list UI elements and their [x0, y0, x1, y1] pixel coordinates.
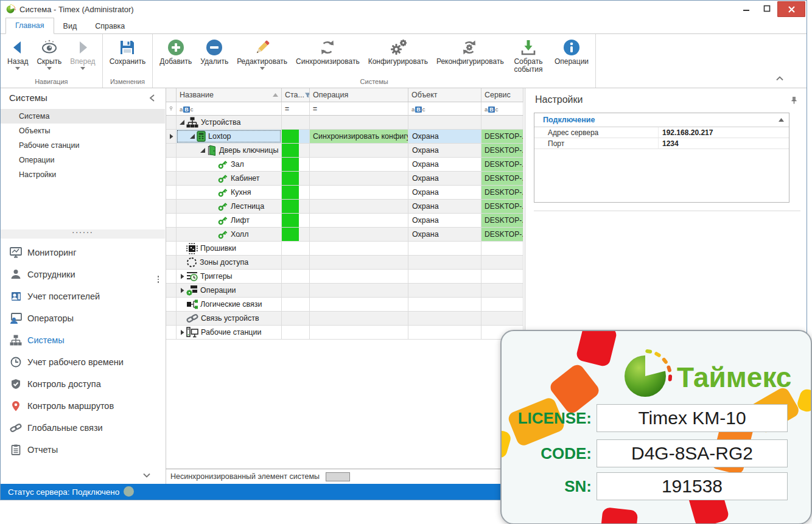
- nav-item-8[interactable]: Глобальные связи: [1, 417, 165, 439]
- cell-status[interactable]: [282, 214, 310, 228]
- cell-name[interactable]: Дверь ключницы: [177, 144, 282, 158]
- grid-row[interactable]: ЗалОхранаDESKTOP-...: [166, 158, 525, 172]
- cell-name[interactable]: Зал: [177, 158, 282, 172]
- button-edit-pencil[interactable]: Редактировать: [233, 35, 292, 70]
- cell-service[interactable]: DESKTOP-...: [481, 144, 523, 158]
- cell-operation[interactable]: [310, 228, 408, 242]
- cell-service[interactable]: [481, 284, 523, 298]
- sidebar-item-4[interactable]: Настройки: [1, 167, 165, 182]
- cell-status[interactable]: [282, 312, 310, 326]
- nav-item-0[interactable]: Мониторинг: [1, 242, 165, 264]
- sidebar-splitter[interactable]: [1, 229, 165, 239]
- group-label[interactable]: Подключение: [543, 116, 779, 124]
- group-collapse-icon[interactable]: [779, 118, 784, 122]
- cell-operation[interactable]: [310, 298, 408, 312]
- splitter-handle[interactable]: [157, 274, 159, 284]
- cell-operation[interactable]: Синхронизировать конфигурацию: [310, 130, 408, 144]
- sidebar-scroll-down-icon[interactable]: [143, 473, 150, 478]
- cell-name[interactable]: Кухня: [177, 186, 282, 200]
- grid-row[interactable]: Логические связи: [166, 298, 525, 312]
- button-sync-gear[interactable]: Реконфигурировать: [432, 35, 506, 66]
- button-info-circle[interactable]: Операции: [550, 35, 593, 66]
- cell-service[interactable]: [481, 312, 523, 326]
- nav-item-4[interactable]: Системы: [1, 329, 165, 351]
- button-gears[interactable]: Конфигурировать: [364, 35, 432, 66]
- cell-service[interactable]: [481, 256, 523, 270]
- column-header-2[interactable]: Операция: [310, 88, 408, 102]
- nav-item-7[interactable]: Контроль маршрутов: [1, 395, 165, 417]
- cell-name[interactable]: Лестница: [177, 200, 282, 214]
- tab-Вид[interactable]: Вид: [54, 19, 86, 34]
- grid-row[interactable]: Операции: [166, 284, 525, 298]
- cell-operation[interactable]: [310, 326, 408, 340]
- filter-cell-1[interactable]: =: [282, 102, 310, 116]
- cell-operation[interactable]: [310, 116, 408, 130]
- grid-row[interactable]: Связь устройств: [166, 312, 525, 326]
- sidebar-item-3[interactable]: Операции: [1, 153, 165, 167]
- cell-status[interactable]: [282, 270, 310, 284]
- grid-row[interactable]: КабинетОхранаDESKTOP-...: [166, 172, 525, 186]
- cell-operation[interactable]: [310, 186, 408, 200]
- filter-cell-2[interactable]: =: [310, 102, 408, 116]
- grid-row[interactable]: Устройства: [166, 116, 525, 130]
- button-save-floppy[interactable]: Сохранить: [105, 35, 150, 66]
- minimize-icon[interactable]: [736, 1, 757, 16]
- cell-status[interactable]: [282, 256, 310, 270]
- ribbon-collapse-icon[interactable]: [776, 76, 783, 81]
- cell-object[interactable]: Охрана: [408, 200, 481, 214]
- grid-row[interactable]: КухняОхранаDESKTOP-...: [166, 186, 525, 200]
- grid-row[interactable]: Дверь ключницыОхранаDESKTOP-...: [166, 144, 525, 158]
- button-forward-arrow[interactable]: Вперед: [66, 35, 99, 70]
- cell-object[interactable]: [408, 284, 481, 298]
- cell-object[interactable]: [408, 312, 481, 326]
- cell-object[interactable]: Охрана: [408, 144, 481, 158]
- filter-cell-3[interactable]: aBc: [408, 102, 481, 116]
- cell-service[interactable]: DESKTOP-...: [481, 172, 523, 186]
- cell-service[interactable]: DESKTOP-...: [481, 228, 523, 242]
- cell-operation[interactable]: [310, 214, 408, 228]
- cell-operation[interactable]: [310, 242, 408, 256]
- collapsed-expander-icon[interactable]: [178, 287, 186, 293]
- cell-service[interactable]: DESKTOP-...: [481, 158, 523, 172]
- cell-status[interactable]: [282, 144, 310, 158]
- filter-pin-cell[interactable]: [166, 102, 177, 116]
- nav-item-5[interactable]: Учет рабочего времени: [1, 351, 165, 373]
- tab-Справка[interactable]: Справка: [86, 19, 134, 34]
- expanded-expander-icon[interactable]: [189, 133, 196, 139]
- grid-row[interactable]: Триггеры: [166, 270, 525, 284]
- cell-service[interactable]: DESKTOP-...: [481, 130, 523, 144]
- cell-operation[interactable]: [310, 284, 408, 298]
- cell-name[interactable]: Зоны доступа: [177, 256, 282, 270]
- cell-operation[interactable]: [310, 312, 408, 326]
- cell-status[interactable]: [282, 186, 310, 200]
- cell-object[interactable]: Охрана: [408, 130, 481, 144]
- cell-service[interactable]: DESKTOP-...: [481, 214, 523, 228]
- column-header-4[interactable]: Сервис: [481, 88, 523, 102]
- cell-object[interactable]: Охрана: [408, 228, 481, 242]
- grid-row[interactable]: Прошивки: [166, 242, 525, 256]
- cell-object[interactable]: [408, 270, 481, 284]
- cell-operation[interactable]: [310, 270, 408, 284]
- grid-row[interactable]: Зоны доступа: [166, 256, 525, 270]
- cell-status[interactable]: [282, 228, 310, 242]
- nav-item-1[interactable]: Сотрудники: [1, 264, 165, 285]
- column-header-0[interactable]: Название: [177, 88, 282, 102]
- cell-operation[interactable]: [310, 158, 408, 172]
- sidebar-item-1[interactable]: Объекты: [1, 124, 165, 138]
- cell-name[interactable]: Связь устройств: [177, 312, 282, 326]
- cell-name[interactable]: Кабинет: [177, 172, 282, 186]
- grid-row[interactable]: ЛифтОхранаDESKTOP-...: [166, 214, 525, 228]
- cell-name[interactable]: Лифт: [177, 214, 282, 228]
- nav-item-3[interactable]: Операторы: [1, 307, 165, 329]
- column-header-1[interactable]: Ста...: [282, 88, 310, 102]
- cell-status[interactable]: [282, 298, 310, 312]
- grid-row[interactable]: ЛестницаОхранаDESKTOP-...: [166, 200, 525, 214]
- grid-row[interactable]: ХоллОхранаDESKTOP-...: [166, 228, 525, 242]
- button-remove-circle[interactable]: Удалить: [196, 35, 233, 66]
- grid-row[interactable]: Рабочие станции: [166, 326, 525, 340]
- collapsed-expander-icon[interactable]: [178, 329, 186, 335]
- grid-row[interactable]: LoxtopСинхронизировать конфигурациюОхран…: [166, 130, 525, 144]
- sidebar-item-0[interactable]: Система: [1, 109, 165, 124]
- cell-name[interactable]: Loxtop: [177, 130, 282, 144]
- nav-item-6[interactable]: Контроль доступа: [1, 373, 165, 395]
